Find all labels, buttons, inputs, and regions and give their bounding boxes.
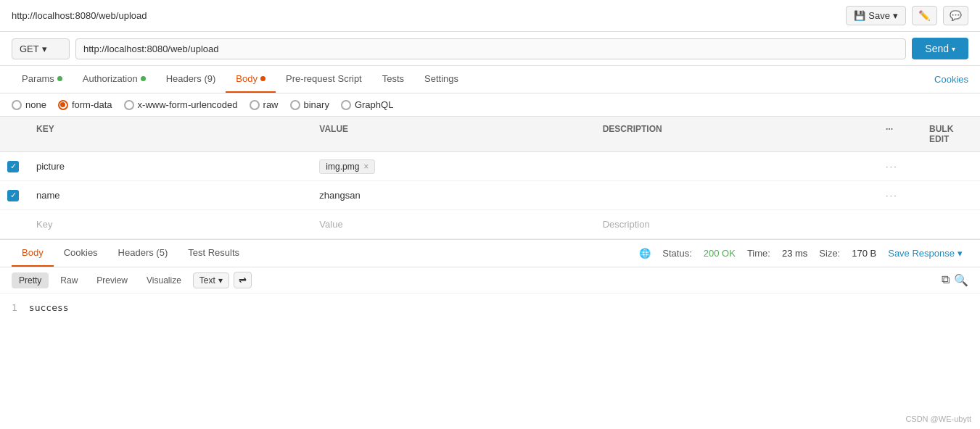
save-button[interactable]: 💾 Save ▾ xyxy=(846,6,906,25)
tab-body[interactable]: Body xyxy=(226,66,276,93)
row2-value: zhangsan xyxy=(312,186,595,205)
time-value: 23 ms xyxy=(782,248,807,259)
tab-pre-request[interactable]: Pre-request Script xyxy=(276,66,372,93)
row2-key: name xyxy=(29,186,312,205)
response-body: 1 success xyxy=(0,293,980,322)
row1-more[interactable]: ··· xyxy=(878,157,922,176)
col-bulk-edit[interactable]: Bulk Edit xyxy=(922,121,980,147)
row2-check[interactable] xyxy=(0,186,29,206)
radio-binary-circle xyxy=(290,100,300,110)
row2-desc xyxy=(596,191,878,200)
wrap-button[interactable]: ⇌ xyxy=(234,272,252,288)
col-more: ··· xyxy=(878,121,922,147)
row3-key-placeholder[interactable]: Key xyxy=(29,214,312,234)
save-chevron-icon: ▾ xyxy=(893,10,898,21)
authorization-dot xyxy=(141,76,146,81)
radio-binary[interactable]: binary xyxy=(290,99,329,110)
tab-authorization[interactable]: Authorization xyxy=(73,66,156,93)
response-meta: 🌐 Status: 200 OK Time: 23 ms Size: 170 B… xyxy=(633,248,968,259)
status-value: 200 OK xyxy=(704,248,736,259)
body-type-bar: none form-data x-www-form-urlencoded raw… xyxy=(0,93,980,117)
table-row: name zhangsan ··· xyxy=(0,181,980,210)
cookies-link[interactable]: Cookies xyxy=(934,67,968,92)
body-dot xyxy=(260,76,265,81)
line-number: 1 xyxy=(12,302,17,313)
save-icon: 💾 xyxy=(854,10,865,21)
edit-button[interactable]: ✏️ xyxy=(912,6,937,25)
row3-more xyxy=(878,220,922,229)
radio-raw[interactable]: raw xyxy=(250,99,279,110)
radio-urlencoded-circle xyxy=(124,100,134,110)
radio-urlencoded[interactable]: x-www-form-urlencoded xyxy=(124,99,238,110)
method-select[interactable]: GET ▾ xyxy=(12,38,70,59)
checkbox-picture[interactable] xyxy=(7,161,19,172)
response-content: success xyxy=(29,302,69,313)
row3-check xyxy=(0,220,29,229)
text-type-chevron-icon: ▾ xyxy=(218,275,223,286)
radio-form-data[interactable]: form-data xyxy=(58,99,112,110)
row1-value: img.pmg × xyxy=(312,155,595,178)
format-raw-button[interactable]: Raw xyxy=(53,272,85,288)
request-bar: GET ▾ Send ▾ xyxy=(0,32,980,66)
save-response-button[interactable]: Save Response ▾ xyxy=(888,248,963,259)
response-tab-cookies[interactable]: Cookies xyxy=(54,240,108,267)
row2-bulk xyxy=(922,191,980,200)
table-row: Key Value Description xyxy=(0,210,980,239)
row1-key: picture xyxy=(29,157,312,176)
response-area: Body Cookies Headers (5) Test Results 🌐 … xyxy=(0,240,980,322)
col-check xyxy=(0,121,29,147)
col-description: DESCRIPTION xyxy=(596,121,878,147)
text-type-select[interactable]: Text ▾ xyxy=(193,272,229,288)
col-key: KEY xyxy=(29,121,312,147)
save-response-chevron-icon: ▾ xyxy=(958,248,963,259)
tab-params[interactable]: Params xyxy=(12,66,73,93)
radio-graphql[interactable]: GraphQL xyxy=(341,99,393,110)
response-tab-body[interactable]: Body xyxy=(12,240,54,267)
params-table: KEY VALUE DESCRIPTION ··· Bulk Edit pict… xyxy=(0,117,980,240)
globe-icon: 🌐 xyxy=(639,248,651,259)
table-row: picture img.pmg × ··· xyxy=(0,152,980,181)
size-value: 170 B xyxy=(852,248,876,259)
response-tabs-bar: Body Cookies Headers (5) Test Results 🌐 … xyxy=(0,240,980,267)
response-line-1: 1 success xyxy=(12,302,968,313)
tab-settings[interactable]: Settings xyxy=(414,66,469,93)
format-visualize-button[interactable]: Visualize xyxy=(139,272,189,288)
format-preview-button[interactable]: Preview xyxy=(89,272,135,288)
url-input[interactable] xyxy=(75,38,906,59)
tab-headers[interactable]: Headers (9) xyxy=(156,66,226,93)
file-tag-close-icon[interactable]: × xyxy=(363,162,368,172)
response-tab-headers[interactable]: Headers (5) xyxy=(108,240,178,267)
tab-tests[interactable]: Tests xyxy=(372,66,414,93)
row1-bulk xyxy=(922,162,980,171)
table-header: KEY VALUE DESCRIPTION ··· Bulk Edit xyxy=(0,117,980,152)
window-url-title: http://localhost:8080/web/upload xyxy=(12,10,147,21)
comment-button[interactable]: 💬 xyxy=(943,6,968,25)
checkbox-name[interactable] xyxy=(7,190,19,201)
format-pretty-button[interactable]: Pretty xyxy=(12,272,49,288)
col-value: VALUE xyxy=(312,121,595,147)
method-chevron-icon: ▾ xyxy=(42,43,47,54)
params-dot xyxy=(57,76,62,81)
row3-desc-placeholder[interactable]: Description xyxy=(596,214,878,234)
send-button[interactable]: Send ▾ xyxy=(912,38,968,59)
row2-more[interactable]: ··· xyxy=(878,186,922,205)
radio-none-circle xyxy=(12,100,22,110)
request-tabs-bar: Params Authorization Headers (9) Body Pr… xyxy=(0,66,980,93)
radio-raw-circle xyxy=(250,100,260,110)
row3-value-placeholder[interactable]: Value xyxy=(312,214,595,234)
row3-bulk xyxy=(922,220,980,229)
radio-form-data-circle xyxy=(58,100,68,110)
row1-check[interactable] xyxy=(0,157,29,177)
send-chevron-icon: ▾ xyxy=(952,45,955,53)
top-bar: http://localhost:8080/web/upload 💾 Save … xyxy=(0,0,980,32)
copy-icon[interactable]: ⧉ xyxy=(942,273,950,287)
radio-none[interactable]: none xyxy=(12,99,46,110)
search-icon[interactable]: 🔍 xyxy=(954,273,968,287)
format-bar-right: ⧉ 🔍 xyxy=(942,273,968,287)
response-tab-test-results[interactable]: Test Results xyxy=(178,240,250,267)
row1-desc xyxy=(596,162,878,171)
format-bar: Pretty Raw Preview Visualize Text ▾ ⇌ ⧉ … xyxy=(0,267,980,293)
radio-graphql-circle xyxy=(341,100,351,110)
top-actions: 💾 Save ▾ ✏️ 💬 xyxy=(846,6,968,25)
file-tag-picture: img.pmg × xyxy=(319,159,375,174)
